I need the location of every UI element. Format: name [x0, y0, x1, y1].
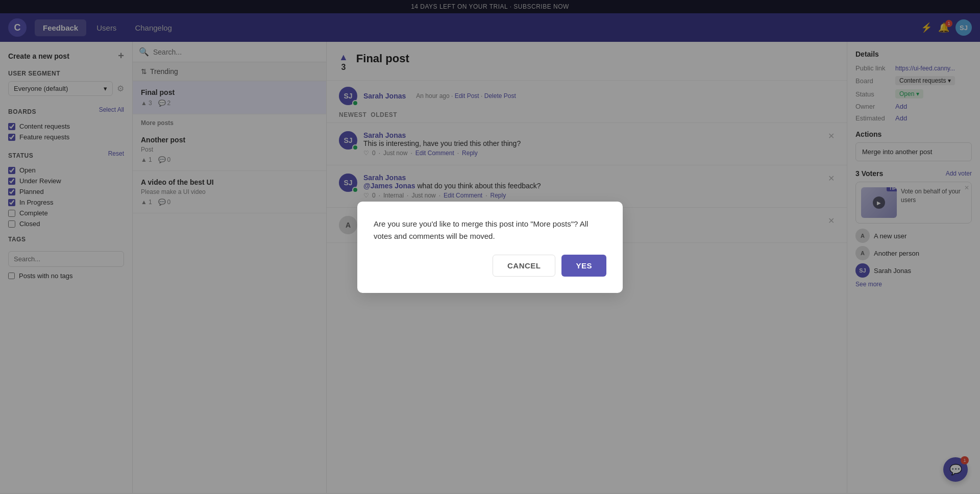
yes-button[interactable]: YES — [561, 255, 606, 277]
modal-actions: CANCEL YES — [374, 255, 606, 277]
modal-text: Are you sure you'd like to merge this po… — [374, 218, 606, 242]
modal-overlay: Are you sure you'd like to merge this po… — [0, 0, 980, 493]
modal-box: Are you sure you'd like to merge this po… — [357, 202, 623, 293]
cancel-button[interactable]: CANCEL — [493, 255, 556, 277]
